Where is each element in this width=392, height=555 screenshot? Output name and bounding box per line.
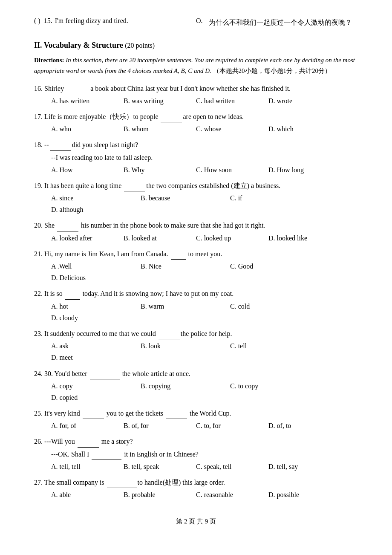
question-23-block: 23. It suddenly occurred to me that we c… — [34, 328, 358, 364]
q26-opt-a: A. tell, tell — [51, 461, 119, 472]
page-footer: 第 2 页 共 9 页 — [34, 517, 358, 526]
q26-opt-d: D. tell, say — [268, 461, 337, 472]
q22-number: 22. — [34, 290, 43, 297]
q21-number: 21. — [34, 250, 43, 257]
directions: Directions: In this section, there are 2… — [34, 55, 358, 77]
q19-opt-c: C. if — [230, 192, 315, 204]
q24-opt-b: B. copying — [141, 380, 226, 392]
question-26-line1: 26. ---Will you me a story? — [34, 436, 358, 447]
question-16-line: 16. Shirley a book about China last year… — [34, 83, 358, 94]
question-25-line: 25. It's very kind you to get the ticket… — [34, 408, 358, 419]
q24-opt-a: A. copy — [51, 380, 136, 392]
q24-options: A. copy B. copying C. to copy D. copied — [51, 380, 358, 403]
q20-opt-b: B. looked at — [124, 232, 192, 244]
question-20-line: 20. She his number in the phone book to … — [34, 220, 358, 231]
q25-opt-c: C. to, for — [196, 420, 264, 431]
q20-options: A. looked after B. looked at C. looked u… — [51, 232, 358, 244]
q20-text: She his number in the phone book to make… — [44, 222, 265, 229]
q15-number: 15. — [44, 17, 52, 25]
section-title-text: II. Vocabulary & Structure — [34, 41, 123, 49]
q22-opt-d: D. cloudy — [51, 312, 136, 324]
question-16-block: 16. Shirley a book about China last year… — [34, 83, 358, 107]
q25-opt-a: A. for, of — [51, 420, 119, 431]
q19-options: A. since B. because C. if D. although — [51, 192, 358, 215]
question-21-line: 21. Hi, my name is Jim Kean, I am from C… — [34, 248, 358, 260]
q26-opt-b: B. tell, speak — [124, 461, 192, 472]
q27-text: The small company is to handle(处理) this … — [44, 479, 225, 486]
q26-opt-c: C. speak, tell — [196, 461, 264, 472]
q27-opt-d: D. possible — [268, 489, 337, 500]
q18-options: A. How B. Why C. How soon D. How long — [51, 164, 358, 176]
q23-opt-d: D. meet — [51, 352, 136, 363]
q15-right: O. 为什么不和我们一起度过一个令人激动的夜晚？ — [196, 17, 352, 28]
q16-opt-d: D. wrote — [268, 95, 337, 107]
question-26-block: 26. ---Will you me a story? ---OK. Shall… — [34, 436, 358, 472]
q22-opt-a: A. hot — [51, 301, 136, 312]
q22-opt-c: C. cold — [230, 301, 315, 312]
q20-opt-a: A. looked after — [51, 232, 119, 244]
q16-opt-b: B. was writing — [124, 95, 192, 107]
q20-opt-d: D. looked like — [268, 232, 337, 244]
q17-options: A. who B. whom C. whose D. which — [51, 123, 358, 135]
question-19-block: 19. It has been quite a long time the tw… — [34, 180, 358, 216]
directions-chinese: （本题共20小题，每小题1分，共计20分） — [213, 67, 331, 74]
q19-number: 19. — [34, 182, 43, 189]
q21-options: A .Well B. Nice C. Good D. Delicious — [51, 260, 358, 283]
q16-number: 16. — [34, 85, 43, 92]
q19-text: It has been quite a long time the two co… — [44, 182, 280, 189]
q22-options: A. hot B. warm C. cold D. cloudy — [51, 301, 358, 324]
q15-text: I'm feeling dizzy and tired. — [55, 17, 179, 25]
question-22-block: 22. It is so today. And it is snowing no… — [34, 288, 358, 324]
q27-options: A. able B. probable C. reasonable D. pos… — [51, 489, 358, 500]
q18-opt-a: A. How — [51, 164, 119, 176]
question-18-line2: --I was reading too late to fall asleep. — [51, 152, 358, 163]
q24-opt-d: D. copied — [51, 392, 136, 403]
q27-opt-b: B. probable — [124, 489, 192, 500]
q16-opt-a: A. has written — [51, 95, 119, 107]
question-19-line: 19. It has been quite a long time the tw… — [34, 180, 358, 191]
q19-opt-b: B. because — [141, 192, 226, 204]
q17-opt-d: D. which — [268, 123, 337, 135]
question-21-block: 21. Hi, my name is Jim Kean, I am from C… — [34, 248, 358, 284]
question-15: ( ) 15. I'm feeling dizzy and tired. O. … — [34, 17, 358, 28]
q17-opt-a: A. who — [51, 123, 119, 135]
q15-chinese: 为什么不和我们一起度过一个令人激动的夜晚？ — [209, 17, 352, 28]
q26-options: A. tell, tell B. tell, speak C. speak, t… — [51, 461, 358, 472]
q20-number: 20. — [34, 222, 43, 229]
q16-opt-c: C. had written — [196, 95, 264, 107]
q26-number: 26. — [34, 438, 43, 445]
q25-options: A. for, of B. of, for C. to, for D. of, … — [51, 420, 358, 431]
q20-opt-c: C. looked up — [196, 232, 264, 244]
q21-opt-a: A .Well — [51, 260, 136, 272]
q16-text: Shirley a book about China last year but… — [44, 85, 291, 92]
q16-options: A. has written B. was writing C. had wri… — [51, 95, 358, 107]
q21-opt-b: B. Nice — [141, 260, 226, 272]
q23-opt-b: B. look — [141, 340, 226, 352]
q23-text: It suddenly occurred to me that we could… — [44, 330, 232, 337]
question-18-block: 18. --did you sleep last night? --I was … — [34, 139, 358, 176]
q17-text: Life is more enjoyable（快乐）to people are … — [44, 113, 244, 120]
footer-text: 第 2 页 共 9 页 — [176, 518, 216, 525]
q19-opt-a: A. since — [51, 192, 136, 204]
question-17-line: 17. Life is more enjoyable（快乐）to people … — [34, 111, 358, 122]
question-27-block: 27. The small company is to handle(处理) t… — [34, 477, 358, 500]
question-17-block: 17. Life is more enjoyable（快乐）to people … — [34, 111, 358, 135]
q23-opt-c: C. tell — [230, 340, 315, 352]
q18-number: 18. — [34, 141, 43, 148]
q23-number: 23. — [34, 330, 43, 337]
q21-opt-c: C. Good — [230, 260, 315, 272]
q18-opt-c: C. How soon — [196, 164, 264, 176]
question-20-block: 20. She his number in the phone book to … — [34, 220, 358, 243]
q22-text: It is so today. And it is snowing now; I… — [44, 290, 233, 297]
question-25-block: 25. It's very kind you to get the ticket… — [34, 408, 358, 431]
q17-number: 17. — [34, 113, 43, 120]
question-24-block: 24. 30. You'd better the whole article a… — [34, 368, 358, 404]
q26-text2: ---OK. Shall I it in English or in Chine… — [51, 451, 199, 458]
q17-opt-b: B. whom — [124, 123, 192, 135]
q25-number: 25. — [34, 410, 43, 417]
q26-text1: ---Will you me a story? — [44, 438, 133, 445]
question-27-line: 27. The small company is to handle(处理) t… — [34, 477, 358, 488]
q25-opt-b: B. of, for — [124, 420, 192, 431]
directions-bold: Directions: — [34, 57, 64, 64]
q21-text: Hi, my name is Jim Kean, I am from Canad… — [44, 250, 222, 257]
